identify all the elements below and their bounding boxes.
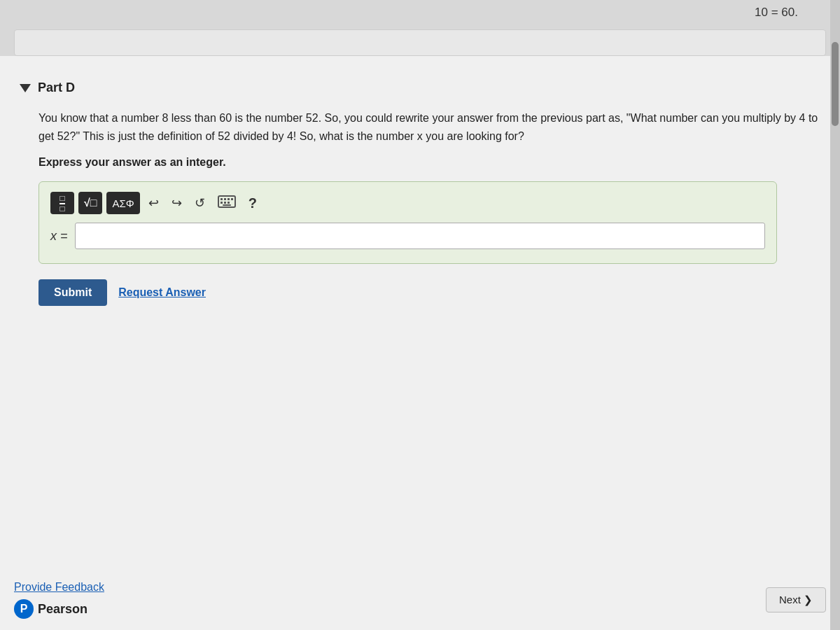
sqrt-button[interactable]: √□ <box>78 192 102 214</box>
pearson-branding: P Pearson <box>14 599 104 619</box>
part-header: Part D <box>21 80 819 95</box>
provide-feedback-button[interactable]: Provide Feedback <box>14 581 104 594</box>
undo-icon: ↩ <box>148 195 159 211</box>
collapse-icon[interactable] <box>20 84 31 92</box>
request-answer-button[interactable]: Request Answer <box>118 286 206 299</box>
svg-rect-4 <box>231 198 233 200</box>
undo-button[interactable]: ↩ <box>144 192 163 214</box>
svg-rect-5 <box>220 202 223 204</box>
help-button[interactable]: ? <box>244 194 261 213</box>
answer-box: □ □ √□ ΑΣΦ ↩ ↪ ↺ <box>38 181 777 264</box>
svg-rect-8 <box>223 204 231 206</box>
next-button[interactable]: Next ❯ <box>766 587 826 612</box>
svg-rect-1 <box>220 198 223 200</box>
bottom-bar: Provide Feedback P Pearson Next ❯ <box>0 573 840 630</box>
express-instruction: Express your answer as an integer. <box>38 156 819 169</box>
submit-button[interactable]: Submit <box>38 279 107 306</box>
svg-rect-6 <box>224 202 226 204</box>
greek-button[interactable]: ΑΣΦ <box>106 192 139 214</box>
reset-button[interactable]: ↺ <box>190 192 209 214</box>
sqrt-label: √□ <box>84 197 97 209</box>
part-title: Part D <box>38 80 75 95</box>
svg-rect-7 <box>227 202 230 204</box>
scrollbar[interactable] <box>830 0 840 630</box>
top-equation-display: 10 = 60. <box>0 0 840 22</box>
buttons-row: Submit Request Answer <box>38 279 819 306</box>
pearson-logo-icon: P <box>14 599 34 619</box>
redo-button[interactable]: ↪ <box>167 192 186 214</box>
top-bar <box>14 29 826 56</box>
variable-label: x = <box>50 229 68 244</box>
pearson-name: Pearson <box>38 602 88 617</box>
math-toolbar: □ □ √□ ΑΣΦ ↩ ↪ ↺ <box>50 192 765 214</box>
redo-icon: ↪ <box>172 195 182 211</box>
answer-input-row: x = <box>50 223 765 249</box>
fraction-button[interactable]: □ □ <box>50 192 74 214</box>
svg-rect-2 <box>224 198 226 200</box>
question-paragraph: You know that a number 8 less than 60 is… <box>38 109 819 145</box>
answer-input[interactable] <box>75 223 765 249</box>
greek-label: ΑΣΦ <box>112 197 134 209</box>
next-label: Next ❯ <box>779 594 813 606</box>
bottom-left: Provide Feedback P Pearson <box>14 581 104 619</box>
help-icon: ? <box>248 195 257 211</box>
scrollbar-thumb[interactable] <box>832 42 839 126</box>
svg-rect-3 <box>227 198 230 200</box>
main-content: Part D You know that a number 8 less tha… <box>0 56 840 581</box>
keyboard-icon <box>218 195 236 211</box>
keyboard-button[interactable] <box>214 192 240 214</box>
reset-icon: ↺ <box>195 195 205 211</box>
